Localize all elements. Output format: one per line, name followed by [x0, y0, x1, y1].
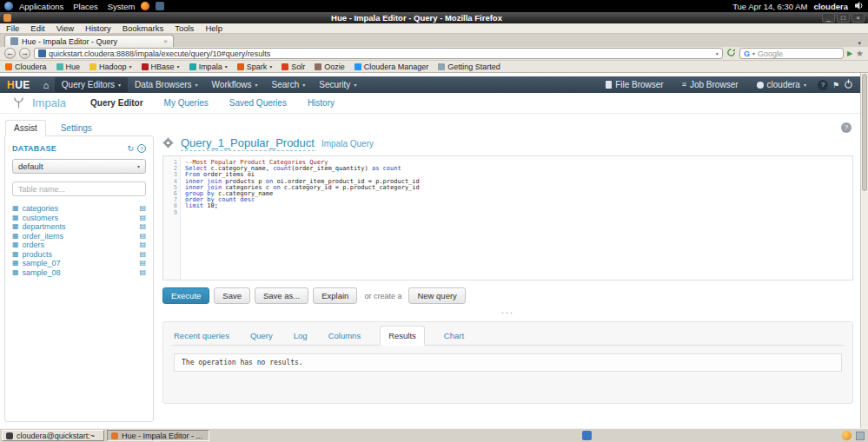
columns-icon[interactable]: ▤	[139, 233, 146, 240]
query-settings-icon[interactable]	[162, 137, 174, 150]
back-button[interactable]: ←	[4, 48, 16, 59]
table-row[interactable]: ▦ sample_07 ▤	[12, 259, 146, 268]
results-tab[interactable]: Chart	[442, 327, 466, 345]
terminal-launcher-icon[interactable]	[156, 2, 164, 10]
scrollbar-thumb[interactable]	[862, 74, 867, 191]
results-tab[interactable]: Log	[292, 327, 309, 345]
browser-menu-item[interactable]: View	[56, 23, 74, 33]
minimize-button[interactable]: _	[822, 13, 835, 23]
browser-menu-item[interactable]: Edit	[30, 23, 44, 33]
tray-notification-icon[interactable]	[582, 431, 592, 440]
panel-clock[interactable]: Tue Apr 14, 6:30 AM	[732, 2, 807, 11]
assist-tab[interactable]: Settings	[53, 121, 100, 135]
bookmark-item[interactable]: Cloudera Manager ▾	[354, 63, 429, 71]
taskbar-window-button[interactable]: Hue - Impala Editor - ...	[107, 430, 209, 441]
refresh-icon[interactable]: ↻	[127, 144, 134, 153]
browser-menu-item[interactable]: Tools	[175, 23, 194, 33]
impala-tab[interactable]: My Queries	[164, 98, 209, 108]
table-name[interactable]: products	[23, 250, 136, 259]
table-row[interactable]: ▦ order_items ▤	[12, 232, 146, 241]
bookmark-item[interactable]: Oozie ▾	[315, 63, 345, 71]
assist-help-icon[interactable]: ?	[137, 144, 146, 153]
table-row[interactable]: ▦ orders ▤	[12, 241, 146, 250]
forward-button[interactable]: →	[19, 48, 30, 59]
page-help-icon[interactable]: ?	[841, 122, 851, 133]
code-lines[interactable]: --Most Popular Product Categories QueryS…	[181, 156, 852, 280]
assist-tab[interactable]: Assist	[5, 120, 46, 136]
query-type-link[interactable]: Impala Query	[321, 139, 374, 148]
results-tab[interactable]: Query	[248, 327, 275, 345]
browser-tab[interactable]: Hue - Impala Editor - Query ×	[4, 35, 174, 47]
hue-logo[interactable]: HUE	[7, 79, 30, 91]
file-browser-link[interactable]: File Browser	[599, 77, 671, 92]
taskbar-window-button[interactable]: cloudera@quickstart:~	[2, 430, 104, 441]
search-engine-dropdown-icon[interactable]: ▾	[752, 50, 755, 56]
tab-close-icon[interactable]: ×	[163, 37, 168, 45]
impala-tab[interactable]: History	[308, 98, 335, 108]
save-as-button[interactable]: Save as...	[255, 287, 308, 304]
panel-menu-item[interactable]: Places	[73, 2, 98, 11]
table-name[interactable]: departments	[23, 222, 136, 231]
vertical-scrollbar[interactable]	[860, 73, 868, 428]
hue-nav-item[interactable]: Data Browsers▾	[128, 77, 205, 92]
bookmark-item[interactable]: Impala ▾	[189, 63, 228, 71]
tab-list-dropdown-icon[interactable]: ▾	[855, 40, 864, 47]
search-box[interactable]: G ▾	[739, 48, 844, 59]
window-titlebar[interactable]: Hue - Impala Editor - Query - Mozilla Fi…	[0, 12, 868, 23]
bookmark-item[interactable]: Hue ▾	[56, 63, 81, 71]
browser-menu-item[interactable]: Bookmarks	[123, 23, 164, 33]
table-name[interactable]: customers	[23, 214, 136, 222]
panel-user-name[interactable]: cloudera	[813, 2, 848, 11]
bookmark-item[interactable]: Spark ▾	[237, 63, 273, 71]
explain-button[interactable]: Explain	[313, 287, 357, 304]
url-input[interactable]	[49, 49, 713, 58]
table-name[interactable]: categories	[23, 204, 136, 213]
hue-nav-item[interactable]: Security▾	[312, 77, 363, 92]
bookmark-item[interactable]: Getting Started ▾	[438, 63, 500, 71]
bookmark-item[interactable]: Cloudera ▾	[5, 63, 47, 71]
results-tab[interactable]: Results	[380, 326, 425, 346]
table-name[interactable]: sample_08	[23, 268, 136, 277]
hue-nav-item[interactable]: Search▾	[265, 77, 313, 92]
table-row[interactable]: ▦ customers ▤	[12, 214, 146, 223]
columns-icon[interactable]: ▤	[139, 260, 146, 267]
distro-menu-icon[interactable]	[4, 2, 13, 10]
reload-icon[interactable]	[726, 48, 736, 59]
bookmark-star-icon[interactable]: ★	[856, 49, 864, 58]
flag-icon[interactable]: ⚑	[832, 81, 839, 89]
execute-button[interactable]: Execute	[162, 287, 209, 304]
user-menu[interactable]: cloudera▾	[750, 77, 813, 92]
hue-nav-item[interactable]: Workflows▾	[205, 77, 265, 92]
save-button[interactable]: Save	[214, 287, 250, 304]
firefox-launcher-icon[interactable]	[141, 2, 149, 10]
panel-menu-item[interactable]: Applications	[19, 2, 63, 11]
new-query-button[interactable]: New query	[408, 287, 465, 304]
table-name[interactable]: order_items	[23, 232, 136, 241]
columns-icon[interactable]: ▤	[139, 205, 146, 212]
maximize-button[interactable]: □	[837, 13, 850, 23]
bookmark-item[interactable]: Solr ▾	[282, 63, 305, 71]
close-button[interactable]: ×	[851, 13, 865, 23]
impala-tab[interactable]: Saved Queries	[229, 98, 287, 108]
browser-menu-item[interactable]: History	[85, 23, 111, 33]
home-icon[interactable]: ⌂	[37, 80, 55, 90]
url-dropdown-icon[interactable]: ▾	[716, 50, 719, 56]
browser-menu-item[interactable]: File	[6, 23, 19, 33]
help-icon[interactable]: ?	[818, 80, 828, 90]
results-tab[interactable]: Recent queries	[172, 327, 231, 345]
columns-icon[interactable]: ▤	[139, 251, 146, 258]
logout-icon[interactable]	[844, 79, 853, 90]
workspace-switcher[interactable]	[856, 432, 865, 440]
sql-editor[interactable]: 123456789 --Most Popular Product Categor…	[162, 155, 853, 280]
table-name[interactable]: sample_07	[23, 259, 136, 267]
columns-icon[interactable]: ▤	[139, 269, 146, 276]
columns-icon[interactable]: ▤	[139, 223, 146, 230]
table-filter-input[interactable]	[12, 181, 146, 196]
url-bar[interactable]: ▾	[34, 48, 723, 59]
volume-icon[interactable]	[854, 1, 864, 12]
job-browser-link[interactable]: ≡Job Browser	[675, 77, 745, 92]
table-name[interactable]: orders	[23, 241, 136, 249]
panel-menu-item[interactable]: System	[108, 2, 136, 11]
search-input[interactable]	[758, 49, 839, 58]
columns-icon[interactable]: ▤	[139, 241, 146, 248]
